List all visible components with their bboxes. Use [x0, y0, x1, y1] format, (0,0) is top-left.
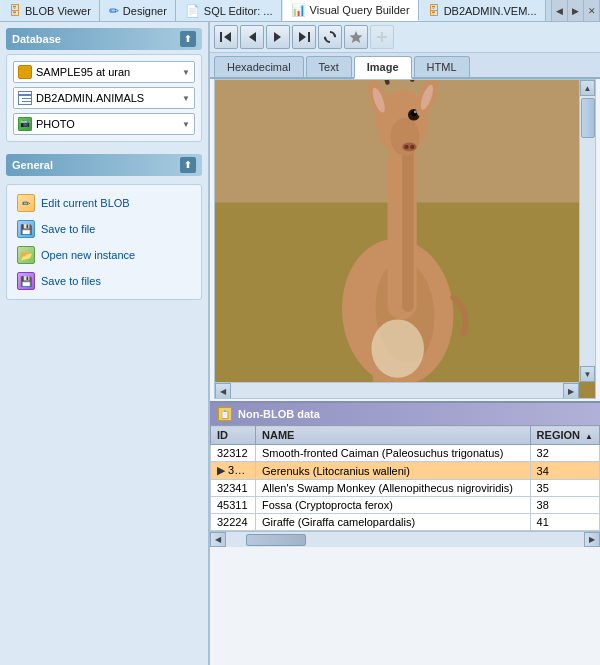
table-scroll-thumb[interactable] — [246, 534, 306, 546]
table-body: 32312 Smooth-fronted Caiman (Paleosuchus… — [211, 445, 600, 531]
last-icon — [297, 30, 311, 44]
table-scroll-left-button[interactable]: ◀ — [210, 532, 226, 547]
svg-point-41 — [410, 145, 414, 149]
first-icon — [219, 30, 233, 44]
row-indicator: ▶ — [217, 464, 228, 476]
last-button[interactable] — [292, 25, 316, 49]
scroll-left-button[interactable]: ◀ — [215, 383, 231, 399]
svg-rect-10 — [381, 32, 383, 42]
col-header-region[interactable]: REGION ▲ — [530, 426, 599, 445]
refresh-button[interactable] — [318, 25, 342, 49]
table-scroll-track[interactable] — [226, 532, 584, 547]
title-bar: 🗄 BLOB Viewer ✏ Designer 📄 SQL Editor: .… — [0, 0, 600, 22]
save-files-icon: 💾 — [17, 272, 35, 290]
svg-rect-29 — [402, 144, 414, 312]
svg-rect-4 — [308, 32, 310, 42]
cell-region: 38 — [530, 497, 599, 514]
table-header-row: ID NAME REGION ▲ — [211, 426, 600, 445]
save-file-action[interactable]: 💾 Save to file — [13, 217, 195, 241]
disabled-icon — [375, 30, 389, 44]
image-display-area: ▲ ▼ ◀ ▶ — [214, 79, 596, 399]
next-button[interactable] — [266, 25, 290, 49]
tab-scroll-controls: ◀ ▶ ✕ — [551, 0, 600, 21]
tab-blob-viewer[interactable]: 🗄 BLOB Viewer — [0, 0, 100, 21]
column-dropdown-arrow: ▼ — [182, 120, 190, 129]
tab-html[interactable]: HTML — [414, 56, 470, 77]
view-tab-bar: Hexadecimal Text Image HTML — [210, 53, 600, 79]
cell-name: Smooth-fronted Caiman (Paleosuchus trigo… — [256, 445, 531, 462]
edit-blob-action[interactable]: ✏ Edit current BLOB — [13, 191, 195, 215]
table-row[interactable]: 32312 Smooth-fronted Caiman (Paleosuchus… — [211, 445, 600, 462]
region-sort-icon: ▲ — [585, 432, 593, 441]
cell-region: 32 — [530, 445, 599, 462]
image-scrollbar-vertical[interactable]: ▲ ▼ — [579, 80, 595, 382]
col-header-id: ID — [211, 426, 256, 445]
tab-close[interactable]: ✕ — [584, 0, 600, 22]
svg-marker-3 — [274, 32, 281, 42]
prev-button[interactable] — [240, 25, 264, 49]
right-panel: Hexadecimal Text Image HTML — [210, 22, 600, 665]
cell-name: Fossa (Cryptoprocta ferox) — [256, 497, 531, 514]
edit-blob-icon: ✏ — [17, 194, 35, 212]
cell-region: 41 — [530, 514, 599, 531]
svg-rect-0 — [220, 32, 222, 42]
table-header: ID NAME REGION ▲ — [211, 426, 600, 445]
server-icon — [18, 65, 32, 79]
tab-scroll-right[interactable]: ▶ — [568, 0, 584, 22]
cell-name: Gerenuks (Litocranius walleni) — [256, 462, 531, 480]
server-dropdown-arrow: ▼ — [182, 68, 190, 77]
next-icon — [271, 30, 285, 44]
open-instance-icon: 📂 — [17, 246, 35, 264]
cell-id: 32341 — [211, 480, 256, 497]
open-instance-action[interactable]: 📂 Open new instance — [13, 243, 195, 267]
non-blob-icon: 📋 — [218, 407, 232, 421]
tab-text[interactable]: Text — [306, 56, 352, 77]
tab-image[interactable]: Image — [354, 56, 412, 79]
scroll-up-button[interactable]: ▲ — [580, 80, 595, 96]
general-collapse-button[interactable]: ⬆ — [180, 157, 196, 173]
svg-point-34 — [414, 110, 417, 113]
save-files-action[interactable]: 💾 Save to files — [13, 269, 195, 293]
database-section-content: SAMPLE95 at uran ▼ DB2ADMIN.ANIMALS ▼ PH… — [6, 54, 202, 142]
tab-scroll-left[interactable]: ◀ — [552, 0, 568, 22]
left-panel: Database ⬆ SAMPLE95 at uran ▼ DB2ADMIN.A… — [0, 22, 210, 665]
table-scroll-right-button[interactable]: ▶ — [584, 532, 600, 547]
scroll-thumb-vertical[interactable] — [581, 98, 595, 138]
refresh-icon — [323, 30, 337, 44]
cell-id: 32312 — [211, 445, 256, 462]
designer-icon: ✏ — [109, 4, 119, 18]
column-icon — [18, 117, 32, 131]
scroll-track-horizontal[interactable] — [231, 383, 563, 398]
svg-point-27 — [371, 319, 424, 377]
tab-visual-query[interactable]: 📊 Visual Query Builder — [282, 0, 419, 21]
tab-sql-editor[interactable]: 📄 SQL Editor: ... — [176, 0, 282, 21]
cell-id: 45311 — [211, 497, 256, 514]
image-scrollbar-horizontal[interactable]: ◀ ▶ — [215, 382, 579, 398]
svg-marker-5 — [299, 32, 306, 42]
table-row[interactable]: 32224 Giraffe (Giraffa camelopardalis) 4… — [211, 514, 600, 531]
table-row[interactable]: 32341 Allen's Swamp Monkey (Allenopithec… — [211, 480, 600, 497]
first-button[interactable] — [214, 25, 238, 49]
table-dropdown[interactable]: DB2ADMIN.ANIMALS ▼ — [13, 87, 195, 109]
scroll-down-button[interactable]: ▼ — [580, 366, 595, 382]
tab-designer[interactable]: ✏ Designer — [100, 0, 176, 21]
column-dropdown[interactable]: PHOTO ▼ — [13, 113, 195, 135]
table-row[interactable]: 45311 Fossa (Cryptoprocta ferox) 38 — [211, 497, 600, 514]
table-row[interactable]: ▶ 32112 Gerenuks (Litocranius walleni) 3… — [211, 462, 600, 480]
data-table-wrapper: ID NAME REGION ▲ — [210, 425, 600, 547]
svg-marker-2 — [249, 32, 256, 42]
svg-marker-8 — [350, 31, 363, 43]
server-dropdown[interactable]: SAMPLE95 at uran ▼ — [13, 61, 195, 83]
database-collapse-button[interactable]: ⬆ — [180, 31, 196, 47]
tab-hexadecimal[interactable]: Hexadecimal — [214, 56, 304, 77]
disabled-button — [370, 25, 394, 49]
scroll-track-vertical[interactable] — [580, 96, 595, 366]
scroll-right-button[interactable]: ▶ — [563, 383, 579, 399]
table-scrollbar-horizontal[interactable]: ◀ ▶ — [210, 531, 600, 547]
tab-db2admin[interactable]: 🗄 DB2ADMIN.VEM... — [419, 0, 546, 21]
database-section-header: Database ⬆ — [6, 28, 202, 50]
star-button[interactable] — [344, 25, 368, 49]
cell-id: 32224 — [211, 514, 256, 531]
non-blob-header: 📋 Non-BLOB data — [210, 403, 600, 425]
general-section-content: ✏ Edit current BLOB 💾 Save to file 📂 Ope… — [6, 184, 202, 300]
